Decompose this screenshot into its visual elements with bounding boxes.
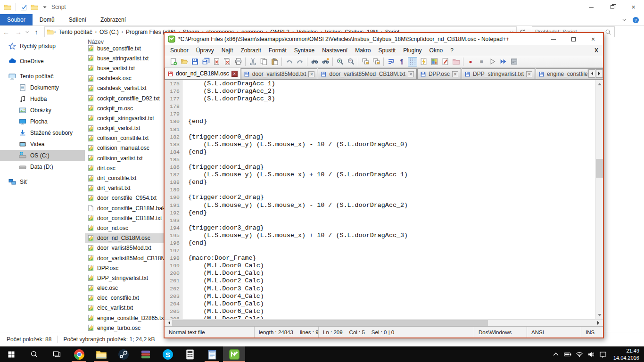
sidebar-item-hudba[interactable]: Hudba [0,93,85,105]
explorer-close-button[interactable]: × [623,0,644,14]
sidebar-item-videa[interactable]: Videa [0,139,85,150]
scroll-right-icon[interactable] [595,320,603,326]
up-button[interactable]: ↑ [30,28,42,36]
close-all-icon[interactable] [223,57,232,66]
save-all-icon[interactable] [201,57,210,66]
file-row[interactable]: elec_varlist.txt [85,303,168,313]
file-row[interactable]: dirt_varlist.txt [85,183,168,193]
undo-icon[interactable] [284,57,294,66]
print-icon[interactable] [233,57,243,66]
horizontal-scrollbar[interactable] [165,319,603,326]
qat-new-folder-button-icon[interactable] [31,3,38,11]
file-row[interactable]: cashdesk_varlist.txt [85,83,168,93]
file-row[interactable]: buse_stringvarlist.txt [85,53,168,63]
ribbon-tab-soubor[interactable]: Soubor [0,14,33,25]
tab-close-icon[interactable]: × [308,71,314,77]
file-row[interactable]: engine_constfile_D2865.txt [85,313,168,323]
npp-menu-[interactable]: ? [446,45,457,56]
file-row[interactable]: door_nd.osc [85,223,168,233]
taskbar-clock[interactable]: 21:49 14.04.2016 [610,347,641,361]
save-file-icon[interactable] [190,57,199,66]
npp-minimize-button[interactable] [544,33,563,45]
qat-customize-button-icon[interactable] [41,3,49,11]
breadcrumb-segment[interactable]: OS (C:) [97,28,121,36]
npp-menubar-close[interactable]: X [594,47,603,54]
qat-properties-button-icon[interactable] [20,3,28,11]
vertical-scroll-thumb[interactable] [596,159,603,178]
sidebar-item-rychl-p-stup[interactable]: Rychlý přístup [0,41,85,52]
file-row[interactable]: door_varlist85Mod.txt [85,243,168,253]
file-row[interactable]: cockpit_m.osc [85,103,168,113]
new-file-icon[interactable] [168,57,178,66]
paste-icon[interactable] [270,57,279,66]
taskbar-chrome-button[interactable] [68,346,90,362]
action-center-icon[interactable] [599,351,607,358]
tab-close-icon[interactable]: × [526,71,532,77]
npp-menu-pravy[interactable]: Úpravy [192,45,218,56]
npp-menu-pluginy[interactable]: Pluginy [399,45,425,56]
macro-record-icon[interactable]: ● [466,57,475,66]
file-row[interactable]: buse_varlist.txt [85,63,168,73]
tab-close-icon[interactable]: × [231,71,238,77]
npp-tab[interactable]: door_nd_CB18M.osc× [165,68,240,79]
npp-menu-formt[interactable]: Formát [265,45,290,56]
explorer-restore-button[interactable] [602,0,623,14]
npp-tab[interactable]: DPP.osc× [417,68,461,79]
file-row[interactable]: collision_manual.osc [85,143,168,153]
npp-menu-najt[interactable]: Najít [218,45,237,56]
sidebar-item-onedrive[interactable]: OneDrive [0,56,85,67]
ribbon-tab-zobrazení[interactable]: Zobrazení [93,14,133,25]
eol-format-label[interactable]: Dos\Windows [479,329,512,335]
file-row[interactable]: collision_constfile.txt [85,133,168,143]
file-row[interactable]: cockpit_stringvarlist.txt [85,113,168,123]
encoding-label[interactable]: ANSI [531,329,544,335]
ribbon-expand-chevron-icon[interactable] [621,16,627,23]
taskbar-skype-button[interactable]: S [157,346,179,362]
cut-icon[interactable] [248,57,257,66]
function-list-icon[interactable] [419,57,428,66]
npp-menu-okno[interactable]: Okno [426,45,447,56]
open-file-icon[interactable] [179,57,189,66]
npp-tab[interactable]: door_varlist85Mod.txt× [241,68,318,79]
file-row[interactable]: elec_constfile.txt [85,293,168,303]
file-row[interactable]: door_constfile_CB18M.bak [85,203,168,213]
volume-icon[interactable] [587,351,595,358]
show-all-characters-icon[interactable]: ¶ [397,57,406,66]
sidebar-item-obr-zky[interactable]: Obrázky [0,105,85,116]
npp-menu-syntaxe[interactable]: Syntaxe [290,45,318,56]
close-file-icon[interactable] [212,57,221,66]
replace-icon[interactable] [321,57,330,66]
document-map-icon[interactable] [429,57,439,66]
insert-mode-label[interactable]: INS [586,329,594,335]
taskbar-file-explorer-button[interactable] [90,346,112,362]
forward-button[interactable]: → [12,28,25,36]
recent-locations-chevron-icon[interactable] [25,29,30,35]
taskbar-search-button[interactable] [23,346,45,362]
tab-scroll-left-icon[interactable] [588,69,595,78]
sidebar-item-sta-en-soubory[interactable]: Stažené soubory [0,127,85,139]
npp-menu-soubor[interactable]: Soubor [166,45,192,56]
npp-maximize-button[interactable] [563,33,583,45]
taskbar-winrar-button[interactable] [134,346,157,362]
macro-run-multiple-icon[interactable] [498,57,508,66]
sidebar-item-s-[interactable]: Síť [0,176,85,188]
file-row[interactable]: door_constfile_C954.txt [85,193,168,203]
macro-save-icon[interactable] [509,57,519,66]
file-row[interactable]: elec.osc [85,283,168,293]
hidden-icons-chevron-icon[interactable] [552,351,560,358]
file-row[interactable]: door_nd_CB18M.osc [85,233,168,243]
file-row[interactable]: cashdesk.osc [85,74,168,83]
npp-tab[interactable]: door_varlist85Mod_CB18M.txt× [318,68,416,79]
tab-close-icon[interactable]: × [452,71,458,77]
npp-menu-spustit[interactable]: Spustit [375,45,400,56]
redo-icon[interactable] [295,57,305,66]
scroll-left-icon[interactable] [165,320,172,326]
file-row[interactable]: DPP_stringvarlist.txt [85,273,168,283]
explorer-minimize-button[interactable] [580,0,602,14]
breadcrumb-segment[interactable]: Tento počítač [56,28,94,36]
file-row[interactable]: engine_turbo.osc [85,323,168,333]
ribbon-tab-domů[interactable]: Domů [33,14,62,25]
file-row[interactable]: dirt_constfile.txt [85,173,168,183]
sidebar-item-plocha[interactable]: Plocha [0,116,85,127]
horizontal-scroll-thumb[interactable] [172,320,488,326]
